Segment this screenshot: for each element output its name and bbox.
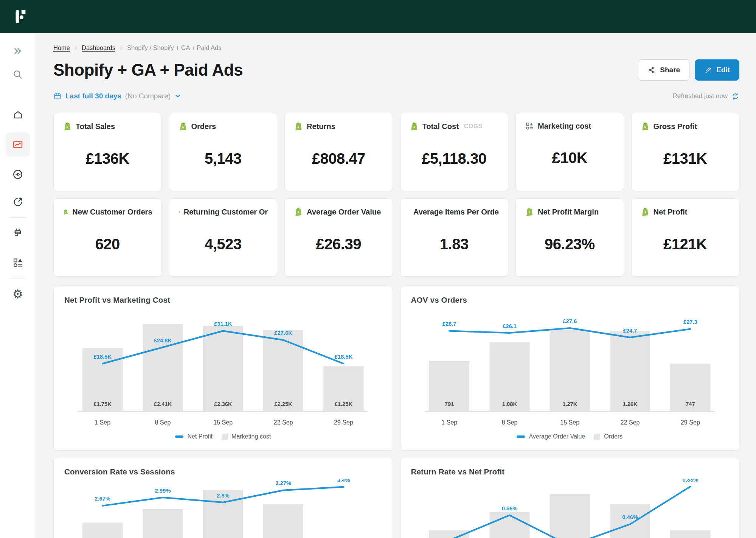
- pencil-icon: [704, 66, 712, 74]
- refresh-status: Refreshed just now: [672, 92, 728, 100]
- sidebar-item-search[interactable]: [6, 65, 30, 84]
- sidebar-item-connections[interactable]: [6, 224, 30, 243]
- kpi-value: £5,118.30: [410, 150, 499, 167]
- shapes-icon: [12, 257, 23, 268]
- svg-text:0.88%: 0.88%: [682, 479, 698, 483]
- compare-mode-value: (No Compare): [125, 92, 171, 100]
- home-icon: [12, 109, 23, 120]
- svg-text:1 Sep: 1 Sep: [441, 419, 457, 426]
- chart-legend: Average Order Value Orders: [411, 433, 729, 440]
- shopify-bag-icon: s: [179, 207, 180, 217]
- compass-icon: [12, 169, 23, 180]
- kpi-value: £10K: [525, 149, 615, 166]
- bar-series-swatch: [222, 434, 228, 440]
- kpi-value: £26.39: [294, 236, 383, 253]
- kpi-value: £136K: [63, 150, 152, 167]
- kpi-card: sTotal Sales£136K: [53, 113, 162, 191]
- kpi-label: Average Order Value: [307, 208, 381, 216]
- kpi-card: sAverage Order Value£26.39: [284, 198, 393, 277]
- chart-card-return-rate-vs-net-profit: Return Rate vs Net Profit 1 Sep8 Sep15 S…: [400, 458, 740, 538]
- chart-card-aov-vs-orders: AOV vs Orders 7911.08K1.27K1.26K7471 Sep…: [400, 286, 740, 451]
- svg-text:£2.41K: £2.41K: [154, 401, 172, 407]
- svg-text:s: s: [297, 124, 299, 129]
- shopify-bag-icon: s: [641, 121, 650, 131]
- kpi-label: Returning Customer Or: [184, 208, 268, 216]
- svg-text:£1.25K: £1.25K: [335, 401, 353, 407]
- external-link-icon: [12, 196, 23, 207]
- shopify-bag-icon: s: [294, 207, 303, 217]
- share-button-label: Share: [660, 66, 680, 74]
- svg-text:£2.25K: £2.25K: [274, 401, 292, 407]
- svg-text:1.27K: 1.27K: [562, 401, 577, 407]
- svg-text:s: s: [644, 210, 646, 214]
- svg-text:£18.5K: £18.5K: [335, 354, 353, 360]
- sidebar-item-dashboards-active[interactable]: [6, 132, 30, 157]
- chart-title: Return Rate vs Net Profit: [411, 467, 729, 476]
- top-header-bar: [0, 0, 756, 33]
- sidebar-item-shared-links[interactable]: [6, 192, 30, 211]
- sidebar-item-settings[interactable]: ⚙: [6, 285, 30, 303]
- kpi-card: sNet Profit£121K: [631, 198, 740, 277]
- svg-text:£1.75K: £1.75K: [93, 401, 112, 407]
- bar-series-label: Marketing cost: [231, 433, 271, 440]
- breadcrumb-home[interactable]: Home: [53, 44, 70, 51]
- line-series-swatch: [517, 435, 525, 438]
- svg-text:15 Sep: 15 Sep: [560, 419, 579, 426]
- svg-text:747: 747: [686, 401, 695, 407]
- share-button[interactable]: Share: [638, 59, 689, 81]
- svg-text:8 Sep: 8 Sep: [501, 419, 517, 426]
- refresh-icon[interactable]: [731, 92, 739, 100]
- svg-text:29 Sep: 29 Sep: [334, 419, 353, 426]
- kpi-label-suffix: COGS: [464, 123, 483, 130]
- chart-card-net-profit-vs-marketing-cost: Net Profit vs Marketing Cost £1.75K£2.41…: [53, 286, 393, 451]
- svg-text:1 Sep: 1 Sep: [95, 419, 110, 426]
- sidebar-item-custom-metrics[interactable]: [6, 253, 30, 272]
- svg-text:3.4%: 3.4%: [337, 479, 350, 483]
- shopify-bag-icon: s: [179, 121, 188, 131]
- line-series-label: Average Order Value: [529, 433, 585, 440]
- kpi-card: sOrders5,143: [169, 113, 278, 191]
- sidebar-divider: [9, 278, 26, 278]
- sidebar-item-home[interactable]: [6, 105, 30, 124]
- line-series-swatch: [175, 435, 183, 438]
- search-icon: [12, 69, 23, 80]
- kpi-value: 5,143: [179, 150, 268, 167]
- kpi-label: Average Items Per Orde: [413, 208, 499, 216]
- svg-text:2.99%: 2.99%: [155, 488, 171, 494]
- kpi-label: Net Profit: [654, 208, 688, 216]
- double-chevron-right-icon: [13, 46, 23, 56]
- gear-icon: ⚙: [12, 288, 23, 300]
- calendar-icon: [53, 92, 62, 100]
- kpi-card: sGross Profit£131K: [631, 113, 740, 191]
- kpi-card: Marketing cost£10K: [515, 113, 624, 191]
- kpi-label: Total Sales: [76, 122, 115, 131]
- chart-title: Conversion Rate vs Sessions: [64, 467, 382, 476]
- shapes-icon: [525, 121, 534, 131]
- page-title: Shopify + GA + Paid Ads: [53, 61, 243, 79]
- edit-button[interactable]: Edit: [695, 59, 739, 81]
- date-range-selector[interactable]: Last full 30 days (No Compare): [53, 92, 181, 100]
- breadcrumb-current: Shopify / Shopify + GA + Paid Ads: [127, 44, 222, 51]
- sidebar-item-expand[interactable]: [6, 42, 30, 61]
- date-range-value: Last full 30 days: [65, 92, 121, 100]
- kpi-value: £121K: [641, 236, 730, 253]
- kpi-card: sReturning Customer Or4,523: [169, 198, 278, 277]
- brand-logo[interactable]: [14, 8, 30, 25]
- svg-text:791: 791: [444, 401, 454, 407]
- combo-chart-plot: 1 Sep8 Sep15 Sep22 Sep29 Sep0.56%0.46%0.…: [411, 479, 729, 538]
- chart-card-conversion-rate-vs-sessions: Conversion Rate vs Sessions 1 Sep8 Sep15…: [53, 458, 393, 538]
- shopify-bag-icon: s: [641, 207, 650, 217]
- shopify-bag-icon: s: [294, 121, 303, 131]
- plug-icon: [12, 227, 23, 239]
- breadcrumb-dashboards[interactable]: Dashboards: [82, 44, 115, 51]
- svg-text:2.8%: 2.8%: [217, 493, 229, 499]
- svg-text:£27.6: £27.6: [563, 318, 577, 324]
- share-nodes-icon: [647, 66, 656, 74]
- kpi-label: Total Cost: [422, 122, 459, 131]
- kpi-label: Orders: [191, 122, 216, 131]
- sidebar-item-explore[interactable]: [6, 165, 30, 184]
- brand-logo-icon: [14, 8, 30, 25]
- svg-text:22 Sep: 22 Sep: [274, 419, 293, 426]
- kpi-label: Net Profit Margin: [538, 208, 599, 216]
- combo-chart-plot: 1 Sep8 Sep15 Sep22 Sep29 Sep2.67%2.99%2.…: [64, 479, 382, 538]
